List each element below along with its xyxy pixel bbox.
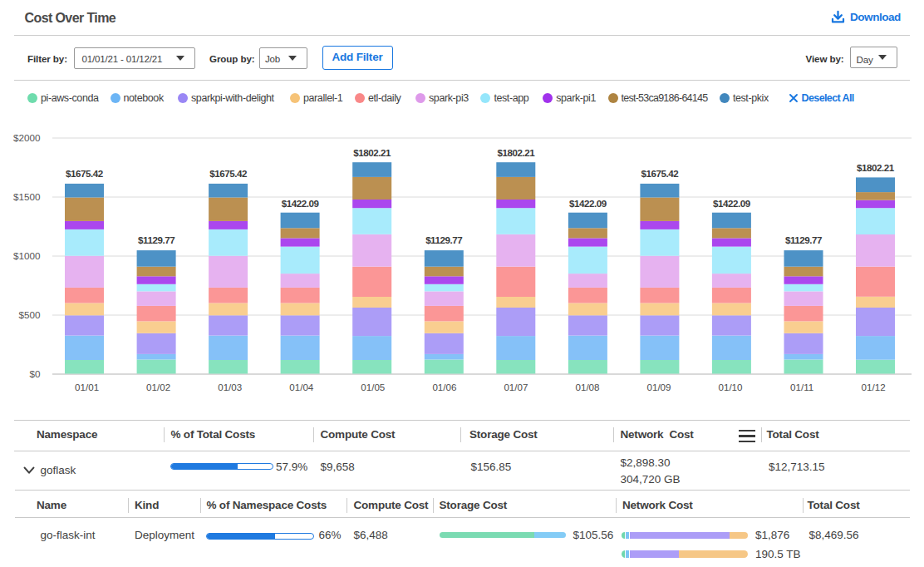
svg-text:01/08: 01/08 [575,382,599,392]
svg-text:01/03: 01/03 [218,382,242,392]
svg-text:$1129.77: $1129.77 [138,234,174,245]
svg-text:01/12: 01/12 [862,382,886,392]
svg-text:01/11: 01/11 [790,382,813,392]
svg-text:$1802.21: $1802.21 [353,147,391,158]
svg-text:$1675.42: $1675.42 [641,168,679,179]
svg-text:01/06: 01/06 [432,382,456,392]
svg-text:$1000: $1000 [13,250,41,261]
svg-text:01/09: 01/09 [646,382,671,392]
svg-text:$500: $500 [18,309,41,320]
svg-text:01/05: 01/05 [361,382,385,392]
svg-text:$1802.21: $1802.21 [497,147,535,158]
svg-text:$1422.09: $1422.09 [282,198,320,209]
svg-text:$1129.77: $1129.77 [785,234,822,245]
svg-text:01/07: 01/07 [504,382,528,392]
svg-text:$1802.21: $1802.21 [857,162,895,173]
svg-text:$1422.09: $1422.09 [569,198,607,209]
svg-text:$0: $0 [29,368,41,379]
svg-text:$1675.42: $1675.42 [209,168,247,179]
svg-text:01/01: 01/01 [75,382,99,392]
svg-text:01/10: 01/10 [718,382,742,392]
svg-text:$1422.09: $1422.09 [713,198,751,209]
svg-text:01/04: 01/04 [289,382,314,392]
svg-text:$1129.77: $1129.77 [425,234,462,245]
svg-text:$1675.42: $1675.42 [66,168,103,179]
svg-text:$2000: $2000 [13,132,41,143]
svg-text:$1500: $1500 [13,191,41,202]
svg-text:01/02: 01/02 [146,382,170,392]
